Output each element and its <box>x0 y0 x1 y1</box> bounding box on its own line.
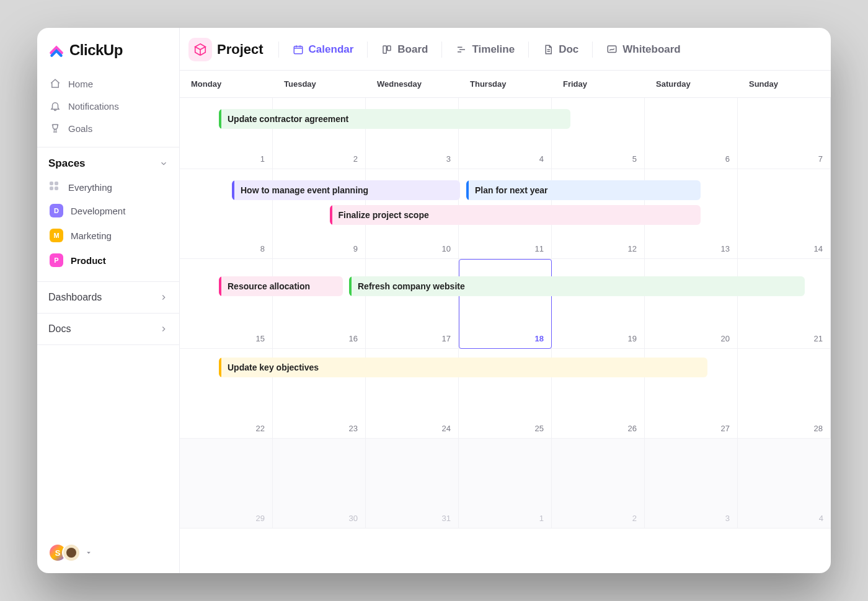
date-number: 23 <box>349 424 358 433</box>
calendar-week: 15 16 17 18 19 20 21 Resource allocation… <box>180 259 831 349</box>
date-number: 15 <box>256 334 265 343</box>
event[interactable]: Resource allocation <box>219 276 343 296</box>
day-header: Friday <box>552 71 645 97</box>
calendar-cell[interactable]: 30 <box>273 439 366 529</box>
space-marketing[interactable]: M Marketing <box>42 223 174 248</box>
calendar-cell[interactable]: 17 <box>366 259 459 349</box>
nav-home[interactable]: Home <box>42 72 174 95</box>
date-number: 27 <box>721 424 730 433</box>
calendar-cell[interactable]: 16 <box>273 259 366 349</box>
date-number: 29 <box>256 514 265 523</box>
topbar: Project Calendar Board Timeline Doc <box>180 28 831 71</box>
calendar-cell[interactable]: 7 <box>738 98 831 169</box>
calendar-cell[interactable]: 2 <box>552 439 645 529</box>
day-header: Sunday <box>738 71 831 97</box>
event[interactable]: Update contractor agreement <box>219 109 570 129</box>
date-number: 19 <box>628 334 637 343</box>
date-number: 30 <box>349 514 358 523</box>
nav-notifications[interactable]: Notifications <box>42 95 174 117</box>
svg-rect-2 <box>388 46 391 51</box>
event-title: Update contractor agreement <box>228 114 348 124</box>
calendar-cell[interactable]: 18 <box>459 259 552 349</box>
date-number: 16 <box>349 334 358 343</box>
date-number: 26 <box>628 424 637 433</box>
event[interactable]: How to manage event planning <box>232 180 460 200</box>
date-number: 7 <box>818 154 823 164</box>
user-avatars[interactable]: S <box>37 532 179 573</box>
calendar-cell[interactable]: 15 <box>180 259 273 349</box>
grid-icon <box>50 182 61 193</box>
calendar-cell[interactable]: 21 <box>738 259 831 349</box>
calendar-cell[interactable]: 20 <box>645 259 738 349</box>
calendar-header-row: Monday Tuesday Wednesday Thursday Friday… <box>180 71 831 98</box>
calendar-cell[interactable]: 6 <box>645 98 738 169</box>
date-number: 4 <box>819 514 823 523</box>
cube-icon <box>193 43 207 56</box>
calendar-week: 22 23 24 25 26 27 28 Update key objectiv… <box>180 349 831 439</box>
day-header: Wednesday <box>366 71 459 97</box>
calendar-cell[interactable]: 31 <box>366 439 459 529</box>
day-header: Monday <box>180 71 273 97</box>
avatar[interactable] <box>62 543 81 562</box>
tab-timeline[interactable]: Timeline <box>451 40 520 59</box>
event-title: Update key objectives <box>228 362 319 372</box>
event[interactable]: Update key objectives <box>219 358 707 377</box>
event-title: Refresh company website <box>358 281 465 291</box>
brand-logo[interactable]: ClickUp <box>37 28 179 70</box>
event[interactable]: Finalize project scope <box>330 205 701 225</box>
date-number: 22 <box>256 424 265 433</box>
tab-board-label: Board <box>397 43 428 56</box>
tab-calendar[interactable]: Calendar <box>288 40 359 59</box>
space-label: Marketing <box>71 230 112 241</box>
calendar-cell[interactable]: 1 <box>459 439 552 529</box>
calendar-cell[interactable]: 28 <box>738 349 831 439</box>
calendar-cell[interactable]: 19 <box>552 259 645 349</box>
date-number: 9 <box>353 244 358 253</box>
date-number: 4 <box>539 154 544 164</box>
date-number: 2 <box>632 514 637 523</box>
tab-doc-label: Doc <box>559 43 578 56</box>
nav-primary: Home Notifications Goals <box>37 70 179 147</box>
space-everything[interactable]: Everything <box>42 176 174 198</box>
day-header: Tuesday <box>273 71 366 97</box>
board-icon <box>381 44 392 55</box>
caret-down-icon[interactable] <box>84 548 93 557</box>
space-badge: P <box>50 253 63 267</box>
event-title: How to manage event planning <box>241 185 368 195</box>
calendar: Monday Tuesday Wednesday Thursday Friday… <box>180 71 831 573</box>
date-number: 2 <box>353 154 358 164</box>
nav-goals-label: Goals <box>68 123 92 134</box>
sidebar: ClickUp Home Notifications Goals Spaces <box>37 28 180 573</box>
nav-home-label: Home <box>68 79 93 89</box>
tab-calendar-label: Calendar <box>309 43 354 56</box>
space-product[interactable]: P Product <box>42 248 174 273</box>
calendar-cell[interactable]: 4 <box>738 439 831 529</box>
home-icon <box>50 78 61 89</box>
nav-goals[interactable]: Goals <box>42 117 174 139</box>
spaces-header[interactable]: Spaces <box>37 147 179 176</box>
whiteboard-icon <box>606 44 618 55</box>
tab-whiteboard[interactable]: Whiteboard <box>601 40 686 59</box>
event[interactable]: Plan for next year <box>466 180 701 200</box>
calendar-cell[interactable]: 3 <box>645 439 738 529</box>
tab-board[interactable]: Board <box>376 40 433 59</box>
nav-dashboards-label: Dashboards <box>48 292 102 303</box>
spaces-list: Everything D Development M Marketing P P… <box>37 176 179 282</box>
date-number: 17 <box>442 334 451 343</box>
event[interactable]: Refresh company website <box>349 276 805 296</box>
date-number: 24 <box>442 424 451 433</box>
project-icon-chip[interactable] <box>188 38 212 61</box>
space-badge: D <box>50 204 63 217</box>
clickup-logo-icon <box>48 42 64 58</box>
calendar-body: 1 2 3 4 5 6 7 Update contractor agreemen… <box>180 98 831 573</box>
nav-dashboards[interactable]: Dashboards <box>37 282 179 314</box>
nav-docs[interactable]: Docs <box>37 314 179 345</box>
date-number: 3 <box>725 514 730 523</box>
calendar-cell[interactable]: 29 <box>180 439 273 529</box>
chevron-right-icon <box>159 293 168 302</box>
space-development[interactable]: D Development <box>42 198 174 223</box>
tab-doc[interactable]: Doc <box>538 40 583 59</box>
date-number: 1 <box>260 154 265 164</box>
calendar-cell[interactable]: 14 <box>738 169 831 259</box>
event-title: Resource allocation <box>228 281 310 291</box>
